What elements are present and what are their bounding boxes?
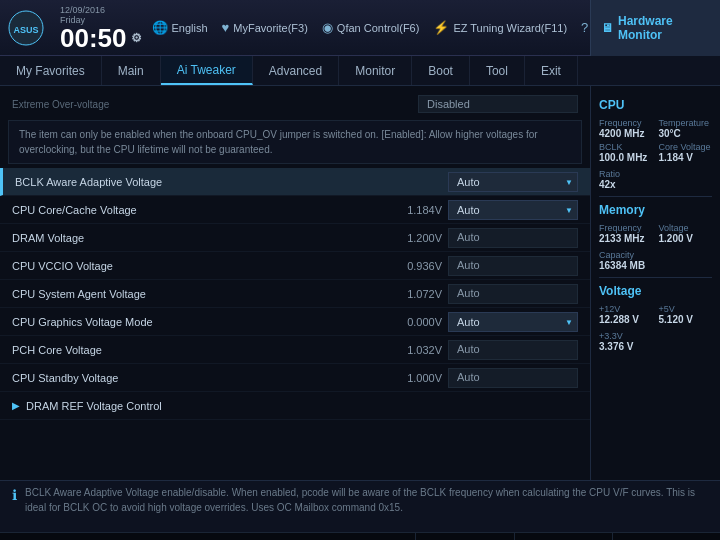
- voltage-section-title: Voltage: [599, 284, 712, 298]
- cpu-graphics-voltage-row[interactable]: CPU Graphics Voltage Mode 0.000V Auto ▼: [0, 308, 590, 336]
- nav-boot[interactable]: Boot: [412, 56, 470, 85]
- nav-exit[interactable]: Exit: [525, 56, 578, 85]
- language-button[interactable]: 🌐 English: [152, 20, 208, 35]
- nav-favorites[interactable]: My Favorites: [0, 56, 102, 85]
- hw-divider-2: [599, 277, 712, 278]
- pch-core-row[interactable]: PCH Core Voltage 1.032V Auto: [0, 336, 590, 364]
- myfavorite-button[interactable]: ♥ MyFavorite(F3): [222, 20, 308, 35]
- memory-section-title: Memory: [599, 203, 712, 217]
- hw-monitor-header: 🖥 Hardware Monitor: [590, 0, 720, 56]
- status-bar: Version 2.17.1246. Copyright (C) 2016 Am…: [0, 532, 720, 540]
- info-circle-icon: ℹ: [12, 487, 17, 503]
- settings-gear-icon[interactable]: ⚙: [131, 32, 142, 44]
- cpu-temp-label-block: Temperature 30°C: [659, 118, 713, 139]
- mem-freq-block: Frequency 2133 MHz: [599, 223, 653, 244]
- bclk-aware-row[interactable]: BCLK Aware Adaptive Voltage Auto ▼: [0, 168, 590, 196]
- cpu-freq-temp-grid: Frequency 4200 MHz Temperature 30°C BCLK…: [599, 118, 712, 163]
- heart-icon: ♥: [222, 20, 230, 35]
- qfan-button[interactable]: ◉ Qfan Control(F6): [322, 20, 420, 35]
- section-header-row: Extreme Over-voltage Disabled: [0, 92, 590, 116]
- asus-logo-icon: ASUS: [8, 10, 44, 46]
- cpu-graphics-dropdown-wrapper: Auto ▼: [448, 312, 578, 332]
- eztuning-button[interactable]: ⚡ EZ Tuning Wizard(F11): [433, 20, 567, 35]
- logo-area: ASUS 12/09/2016 Friday 00:50 ⚙: [8, 5, 142, 51]
- monitor-icon: 🖥: [601, 21, 613, 35]
- cpu-vccio-value: Auto: [448, 256, 578, 276]
- help-icon: ?: [581, 20, 588, 35]
- bclk-aware-dropdown[interactable]: Auto: [448, 172, 578, 192]
- svg-text:ASUS: ASUS: [13, 25, 38, 35]
- bottom-info-text: BCLK Aware Adaptive Voltage enable/disab…: [25, 485, 708, 515]
- main-layout: Extreme Over-voltage Disabled The item c…: [0, 86, 720, 480]
- v5-block: +5V 5.120 V: [659, 304, 713, 325]
- cpu-standby-row[interactable]: CPU Standby Voltage 1.000V Auto: [0, 364, 590, 392]
- extreme-overvoltage-value: Disabled: [418, 95, 578, 113]
- nav-aitweaker[interactable]: Ai Tweaker: [161, 56, 253, 85]
- cpu-corevoltage-label-block: Core Voltage 1.184 V: [659, 142, 713, 163]
- cpu-core-cache-dropdown-wrapper: Auto ▼: [448, 200, 578, 220]
- search-faq-button[interactable]: Search on FAQ: [612, 533, 720, 540]
- nav-tool[interactable]: Tool: [470, 56, 525, 85]
- v33-block: +3.3V 3.376 V: [599, 331, 712, 352]
- top-icons: 🌐 English ♥ MyFavorite(F3) ◉ Qfan Contro…: [152, 20, 637, 35]
- cpu-core-cache-dropdown[interactable]: Auto: [448, 200, 578, 220]
- datetime-block: 12/09/2016 Friday 00:50 ⚙: [60, 5, 142, 51]
- pch-core-value: Auto: [448, 340, 578, 360]
- extreme-overvoltage-label: Extreme Over-voltage: [12, 99, 109, 110]
- nav-monitor[interactable]: Monitor: [339, 56, 412, 85]
- date-display: 12/09/2016: [60, 5, 105, 15]
- ezmode-button[interactable]: EzMode(F7)→: [514, 533, 612, 540]
- hw-divider-1: [599, 196, 712, 197]
- info-box: The item can only be enabled when the on…: [8, 120, 582, 164]
- voltage-12-5-grid: +12V 12.288 V +5V 5.120 V: [599, 304, 712, 325]
- nav-main[interactable]: Main: [102, 56, 161, 85]
- cpu-standby-value: Auto: [448, 368, 578, 388]
- cpu-vccio-row[interactable]: CPU VCCIO Voltage 0.936V Auto: [0, 252, 590, 280]
- mem-volt-block: Voltage 1.200 V: [659, 223, 713, 244]
- dram-voltage-row[interactable]: DRAM Voltage 1.200V Auto: [0, 224, 590, 252]
- top-bar: ASUS 12/09/2016 Friday 00:50 ⚙ 🌐 English…: [0, 0, 720, 56]
- cpu-ratio-block: Ratio 42x: [599, 169, 712, 190]
- expand-arrow-icon: ▶: [12, 400, 20, 411]
- lightning-icon: ⚡: [433, 20, 449, 35]
- language-icon: 🌐: [152, 20, 168, 35]
- status-bar-right: Last Modified EzMode(F7)→ Search on FAQ: [415, 533, 720, 540]
- cpu-section-title: CPU: [599, 98, 712, 112]
- right-panel: CPU Frequency 4200 MHz Temperature 30°C …: [590, 86, 720, 480]
- last-modified-button[interactable]: Last Modified: [415, 533, 513, 540]
- cpu-system-agent-value: Auto: [448, 284, 578, 304]
- left-panel: Extreme Over-voltage Disabled The item c…: [0, 86, 590, 480]
- mem-freq-volt-grid: Frequency 2133 MHz Voltage 1.200 V: [599, 223, 712, 244]
- cpu-freq-label-block: Frequency 4200 MHz: [599, 118, 653, 139]
- dram-ref-expand[interactable]: ▶ DRAM REF Voltage Control: [0, 392, 590, 420]
- bottom-info-bar: ℹ BCLK Aware Adaptive Voltage enable/dis…: [0, 480, 720, 532]
- bclk-aware-dropdown-wrapper: Auto ▼: [448, 172, 578, 192]
- v12-block: +12V 12.288 V: [599, 304, 653, 325]
- nav-advanced[interactable]: Advanced: [253, 56, 339, 85]
- cpu-bclk-label-block: BCLK 100.0 MHz: [599, 142, 653, 163]
- time-display: 00:50 ⚙: [60, 25, 142, 51]
- fan-icon: ◉: [322, 20, 333, 35]
- dram-voltage-value: Auto: [448, 228, 578, 248]
- mem-capacity-block: Capacity 16384 MB: [599, 250, 712, 271]
- cpu-system-agent-row[interactable]: CPU System Agent Voltage 1.072V Auto: [0, 280, 590, 308]
- cpu-core-cache-row[interactable]: CPU Core/Cache Voltage 1.184V Auto ▼: [0, 196, 590, 224]
- cpu-graphics-dropdown[interactable]: Auto: [448, 312, 578, 332]
- nav-bar: My Favorites Main Ai Tweaker Advanced Mo…: [0, 56, 720, 86]
